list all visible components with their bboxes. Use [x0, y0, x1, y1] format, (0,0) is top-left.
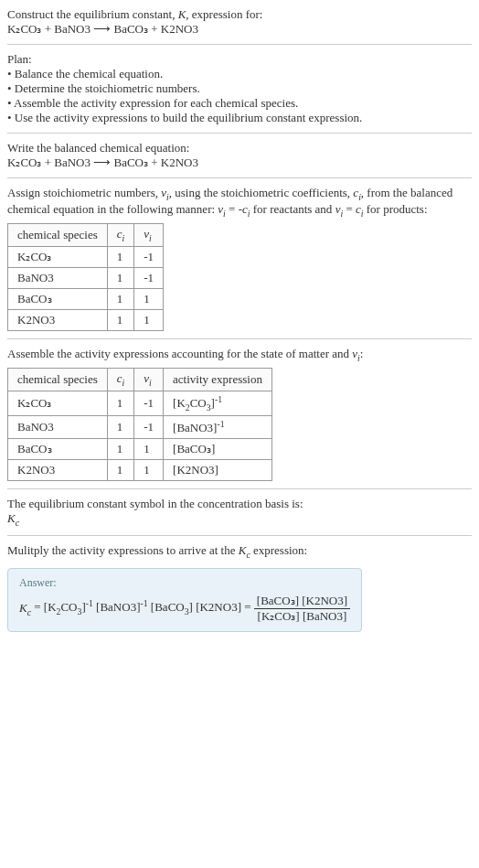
divider — [7, 338, 472, 339]
col-vi: νi — [134, 224, 164, 247]
cell-ci: 1 — [107, 246, 134, 267]
plan-bullet: • Balance the chemical equation. — [7, 67, 472, 81]
table-row: BaNO3 1 -1 — [8, 267, 164, 288]
table-row: K2NO3 1 1 — [8, 309, 164, 330]
col-species: chemical species — [8, 369, 108, 391]
cell-vi: -1 — [134, 246, 164, 267]
divider — [7, 133, 472, 134]
answer-fraction: [BaCO₃] [K2NO3] [K₂CO₃] [BaNO3] — [254, 594, 350, 624]
symbol-section: The equilibrium constant symbol in the c… — [7, 497, 472, 528]
cell-species: K2NO3 — [8, 309, 108, 330]
table-row: K2NO3 1 1 [K2NO3] — [8, 460, 272, 481]
table-row: BaCO₃ 1 1 [BaCO₃] — [8, 439, 272, 460]
cell-vi: -1 — [134, 415, 164, 438]
cell-species: K₂CO₃ — [8, 391, 108, 415]
col-species: chemical species — [8, 224, 108, 247]
divider — [7, 488, 472, 489]
col-ci: ci — [107, 224, 134, 247]
question-equation: K₂CO₃ + BaNO3 ⟶ BaCO₃ + K2NO3 — [7, 22, 472, 37]
answer-label: Answer: — [19, 576, 350, 590]
cell-ci: 1 — [107, 415, 134, 438]
question-line1: Construct the equilibrium constant, K, e… — [7, 7, 472, 22]
cell-vi: 1 — [134, 439, 164, 460]
cell-activity: [BaCO₃] — [164, 439, 272, 460]
divider — [7, 177, 472, 178]
cell-vi: -1 — [134, 391, 164, 415]
symbol-line1: The equilibrium constant symbol in the c… — [7, 497, 472, 511]
cell-species: K2NO3 — [8, 460, 108, 481]
balanced-equation: K₂CO₃ + BaNO3 ⟶ BaCO₃ + K2NO3 — [7, 155, 472, 170]
multiply-section: Mulitply the activity expressions to arr… — [7, 543, 472, 560]
table-row: K₂CO₃ 1 -1 — [8, 246, 164, 267]
fraction-numerator: [BaCO₃] [K2NO3] — [254, 594, 350, 609]
cell-ci: 1 — [107, 391, 134, 415]
stoich-table: chemical species ci νi K₂CO₃ 1 -1 BaNO3 … — [7, 223, 164, 331]
cell-species: BaCO₃ — [8, 439, 108, 460]
cell-vi: -1 — [134, 267, 164, 288]
divider — [7, 535, 472, 536]
assign-section: Assign stoichiometric numbers, νi, using… — [7, 186, 472, 331]
question-header: Construct the equilibrium constant, K, e… — [7, 7, 472, 37]
cell-activity: [K2CO3]-1 — [164, 391, 272, 415]
cell-vi: 1 — [134, 309, 164, 330]
answer-expression: Kc = [K2CO3]-1 [BaNO3]-1 [BaCO3] [K2NO3]… — [19, 594, 350, 624]
multiply-text: Mulitply the activity expressions to arr… — [7, 543, 472, 560]
cell-activity: [BaNO3]-1 — [164, 415, 272, 438]
symbol-kc: Kc — [7, 511, 472, 528]
plan-section: Plan: • Balance the chemical equation. •… — [7, 52, 472, 125]
cell-ci: 1 — [107, 439, 134, 460]
plan-bullet: • Determine the stoichiometric numbers. — [7, 81, 472, 96]
cell-species: BaNO3 — [8, 415, 108, 438]
cell-vi: 1 — [134, 288, 164, 309]
cell-ci: 1 — [107, 288, 134, 309]
cell-ci: 1 — [107, 267, 134, 288]
table-row: K₂CO₃ 1 -1 [K2CO3]-1 — [8, 391, 272, 415]
cell-species: BaCO₃ — [8, 288, 108, 309]
col-activity: activity expression — [164, 369, 272, 391]
col-vi: νi — [134, 369, 164, 391]
table-header-row: chemical species ci νi — [8, 224, 164, 247]
table-row: BaCO₃ 1 1 — [8, 288, 164, 309]
cell-activity: [K2NO3] — [164, 460, 272, 481]
balanced-title: Write the balanced chemical equation: — [7, 141, 472, 155]
table-row: BaNO3 1 -1 [BaNO3]-1 — [8, 415, 272, 438]
cell-vi: 1 — [134, 460, 164, 481]
balanced-section: Write the balanced chemical equation: K₂… — [7, 141, 472, 170]
plan-bullet: • Assemble the activity expression for e… — [7, 96, 472, 111]
table-header-row: chemical species ci νi activity expressi… — [8, 369, 272, 391]
plan-title: Plan: — [7, 52, 472, 67]
assemble-text: Assemble the activity expressions accoun… — [7, 347, 472, 363]
col-ci: ci — [107, 369, 134, 391]
assign-text: Assign stoichiometric numbers, νi, using… — [7, 186, 472, 218]
cell-species: K₂CO₃ — [8, 246, 108, 267]
divider — [7, 44, 472, 45]
cell-ci: 1 — [107, 460, 134, 481]
cell-species: BaNO3 — [8, 267, 108, 288]
activity-table: chemical species ci νi activity expressi… — [7, 368, 272, 481]
cell-ci: 1 — [107, 309, 134, 330]
plan-bullet: • Use the activity expressions to build … — [7, 111, 472, 125]
assemble-section: Assemble the activity expressions accoun… — [7, 347, 472, 481]
fraction-denominator: [K₂CO₃] [BaNO3] — [254, 609, 350, 624]
answer-box: Answer: Kc = [K2CO3]-1 [BaNO3]-1 [BaCO3]… — [7, 568, 362, 632]
